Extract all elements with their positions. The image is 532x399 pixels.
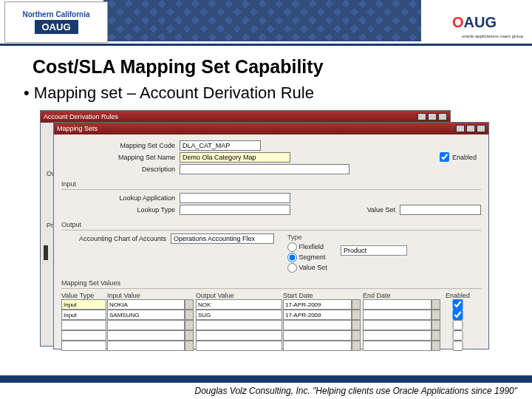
calendar-icon[interactable]: [432, 320, 440, 330]
table-row: [61, 299, 481, 310]
cell-input-value[interactable]: [107, 341, 185, 351]
input-description[interactable]: [180, 164, 349, 174]
cell-value-type[interactable]: [61, 299, 106, 310]
label-value-set: Value Set: [367, 206, 400, 214]
footer-bar: [0, 375, 532, 383]
footer-text: Douglas Volz Consulting, Inc. "Helping c…: [194, 386, 517, 396]
cell-enabled-checkbox[interactable]: [443, 330, 473, 341]
maximize-icon[interactable]: [466, 125, 475, 132]
label-lookup-type: Lookup Type: [61, 206, 180, 214]
input-coa[interactable]: [171, 233, 274, 244]
label-description: Description: [61, 166, 180, 173]
logo-norcal-oaug: Northern California OAUG: [4, 1, 108, 43]
cell-start-date[interactable]: [283, 330, 352, 341]
app-screenshot-area: Account Derivation Rules Owner Prioritie…: [40, 110, 510, 354]
cell-input-value[interactable]: [107, 299, 185, 310]
lov-icon[interactable]: [185, 320, 194, 330]
label-enabled: Enabled: [452, 154, 477, 161]
cell-value-type[interactable]: [61, 320, 106, 330]
input-mapping-set-name[interactable]: [180, 152, 290, 163]
cell-start-date[interactable]: [283, 341, 352, 351]
cell-start-date[interactable]: [283, 310, 352, 320]
input-lookup-app[interactable]: [180, 193, 290, 203]
lov-icon[interactable]: [185, 341, 194, 351]
cell-value-type[interactable]: [61, 330, 106, 341]
window-title-front: Mapping Sets: [57, 125, 98, 132]
enabled-checkbox-group: Enabled: [440, 152, 477, 162]
cell-output-value[interactable]: [196, 330, 282, 341]
input-value-set[interactable]: [400, 205, 481, 215]
col-value-type: Value Type: [61, 292, 107, 299]
cell-end-date[interactable]: [363, 320, 432, 330]
cell-end-date[interactable]: [363, 299, 432, 310]
radio-group-type: Type Flexfield Segment Value Set: [287, 233, 327, 273]
window-title-back: Account Derivation Rules: [44, 113, 118, 120]
calendar-icon[interactable]: [352, 330, 361, 341]
cell-enabled-checkbox[interactable]: [443, 341, 473, 351]
cell-output-value[interactable]: [196, 341, 282, 351]
scroll-indicator[interactable]: [44, 245, 48, 260]
col-start-date: Start Date: [283, 292, 363, 299]
col-output-value: Output Value: [196, 292, 283, 299]
cell-input-value[interactable]: [107, 330, 185, 341]
col-enabled: Enabled: [443, 292, 474, 299]
cell-value-type[interactable]: [61, 341, 106, 351]
label-coa: Accounting Chart of Accounts: [61, 235, 171, 242]
close-icon[interactable]: [477, 125, 485, 132]
calendar-icon[interactable]: [352, 310, 361, 320]
cell-enabled-checkbox[interactable]: [443, 320, 473, 330]
slide-title: Cost/SLA Mapping Set Capability: [33, 56, 532, 78]
cell-output-value[interactable]: [196, 320, 282, 330]
cell-start-date[interactable]: [283, 320, 352, 330]
cell-start-date[interactable]: [283, 299, 352, 310]
calendar-icon[interactable]: [432, 299, 440, 310]
radio-valueset[interactable]: [287, 263, 297, 273]
cell-output-value[interactable]: [196, 310, 282, 320]
section-output: Output: [61, 221, 481, 231]
calendar-icon[interactable]: [432, 341, 440, 351]
lov-icon[interactable]: [185, 330, 194, 341]
cell-end-date[interactable]: [363, 310, 432, 320]
minimize-icon[interactable]: [456, 125, 465, 132]
titlebar-back: Account Derivation Rules: [41, 111, 450, 123]
slide-bullet: Mapping set – Account Derivation Rule: [24, 83, 532, 103]
calendar-icon[interactable]: [352, 320, 361, 330]
maximize-icon[interactable]: [428, 113, 437, 120]
lov-icon[interactable]: [185, 310, 194, 320]
section-mapping-values: Mapping Set Values: [61, 279, 481, 289]
cell-end-date[interactable]: [363, 330, 432, 341]
radio-flexfield[interactable]: [287, 242, 297, 252]
close-icon[interactable]: [438, 113, 447, 120]
calendar-icon[interactable]: [432, 310, 440, 320]
input-mapping-set-code[interactable]: [180, 140, 261, 151]
calendar-icon[interactable]: [432, 330, 440, 341]
checkbox-enabled[interactable]: [440, 152, 449, 162]
cell-enabled-checkbox[interactable]: [443, 299, 473, 310]
cell-enabled-checkbox[interactable]: [443, 310, 473, 320]
table-row: [61, 310, 481, 320]
lov-icon[interactable]: [185, 299, 194, 310]
mapping-values-table: Value Type Input Value Output Value Star…: [61, 292, 481, 351]
section-input: Input: [61, 180, 481, 190]
input-lookup-type[interactable]: [180, 205, 290, 215]
cell-value-type[interactable]: [61, 310, 106, 320]
window-mapping-sets: Mapping Sets Mapping Set Code Mapping Se…: [53, 122, 489, 349]
table-row: [61, 341, 481, 351]
minimize-icon[interactable]: [417, 113, 426, 120]
label-mapping-set-name: Mapping Set Name: [61, 154, 180, 161]
table-row: [61, 330, 481, 341]
logo-oaug: OAUG oracle applications users group: [423, 3, 526, 41]
label-type: Type: [287, 233, 327, 241]
cell-output-value[interactable]: [196, 299, 282, 310]
calendar-icon[interactable]: [352, 299, 361, 310]
radio-segment[interactable]: [287, 253, 297, 262]
cell-input-value[interactable]: [107, 310, 185, 320]
slide-header: Northern California OAUG OAUG oracle app…: [0, 0, 532, 46]
input-segment[interactable]: [341, 245, 407, 256]
calendar-icon[interactable]: [352, 341, 361, 351]
cell-input-value[interactable]: [107, 320, 185, 330]
col-input-value: Input Value: [107, 292, 196, 299]
header-pattern: [103, 0, 421, 41]
cell-end-date[interactable]: [363, 341, 432, 351]
col-end-date: End Date: [363, 292, 443, 299]
